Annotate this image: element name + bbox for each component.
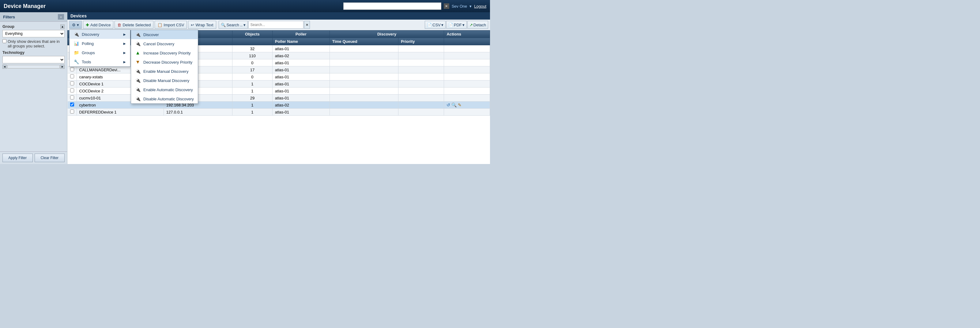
th2-time-queued[interactable]: Time Queued — [329, 38, 398, 45]
row-queued — [329, 87, 398, 95]
enable-auto-icon: 🔌 — [135, 87, 141, 93]
wrap-icon: ↩ — [191, 23, 194, 27]
row-priority — [398, 52, 444, 59]
dropdown-polling-label: Polling — [82, 41, 94, 46]
row-priority — [398, 45, 444, 52]
detach-button[interactable]: ↗ Detach — [467, 21, 488, 29]
scrollbar-left-button[interactable]: ◄ — [2, 65, 7, 69]
row-checkbox[interactable] — [70, 74, 74, 78]
search-dropdown-button[interactable]: 🔍 Search .. ▾ — [219, 21, 248, 29]
submenu-disable-manual[interactable]: 🔌 Disable Manual Discovery — [131, 76, 198, 85]
all-groups-checkbox[interactable] — [2, 39, 6, 43]
th2-priority[interactable]: Priority — [398, 38, 444, 45]
gear-dropdown-menu: 🔌 Discovery ► 🔌 Discover 🔌 Cancel Discov… — [69, 29, 130, 67]
clear-filter-button[interactable]: Clear Filter — [35, 154, 65, 162]
submenu-enable-auto[interactable]: 🔌 Enable Automatic Discovery — [131, 85, 198, 94]
row-checkbox[interactable] — [70, 109, 74, 114]
csv-export-button[interactable]: 📄 CSV ▾ — [425, 21, 445, 29]
apply-filter-button[interactable]: Apply Filter — [2, 154, 33, 162]
filters-body: Group ▲ Everything Only show devices tha… — [0, 22, 67, 151]
group-scroll-up-button[interactable]: ▲ — [60, 24, 65, 29]
th2-actions — [444, 38, 490, 45]
user-separator: ▾ — [469, 4, 472, 9]
user-menu[interactable]: Sev One — [452, 4, 467, 9]
th-poller-section: Poller — [272, 31, 329, 38]
row-queued — [329, 101, 398, 109]
th2-poller-name[interactable]: Poller Name — [272, 38, 329, 45]
row-actions — [444, 45, 490, 52]
add-device-button[interactable]: ✚ Add Device — [83, 21, 113, 29]
scrollbar-right-button[interactable]: ► — [60, 65, 65, 69]
row-checkbox[interactable] — [70, 67, 74, 71]
row-objects: 0 — [232, 59, 272, 67]
row-checkbox-cell — [68, 67, 77, 73]
row-objects: 17 — [232, 67, 272, 73]
disable-manual-label: Disable Manual Discovery — [143, 78, 189, 83]
disable-manual-icon: 🔌 — [135, 78, 141, 84]
th-objects[interactable]: Objects — [232, 31, 272, 38]
csv-icon: 📄 — [427, 23, 432, 27]
group-filter-dropdown[interactable]: Everything — [2, 30, 65, 37]
submenu-increase-priority[interactable]: ▲ Increase Discovery Priority — [131, 48, 198, 57]
th-discovery-section: Discovery — [329, 31, 444, 38]
action-search-icon[interactable]: 🔍 — [452, 103, 457, 108]
tech-filter-label: Technology — [2, 50, 65, 55]
devices-search-clear-button[interactable]: ✕ — [304, 21, 310, 29]
row-actions — [444, 95, 490, 101]
row-priority — [398, 67, 444, 73]
tools-submenu-arrow: ► — [123, 60, 126, 64]
row-actions — [444, 73, 490, 81]
decrease-priority-label: Decrease Discovery Priority — [143, 60, 192, 65]
dropdown-discovery-label: Discovery — [82, 32, 99, 37]
tech-filter-dropdown[interactable] — [2, 56, 65, 63]
detach-icon: ↗ — [469, 23, 473, 27]
global-search-input[interactable] — [343, 2, 441, 10]
devices-toolbar: ⚙ ▾ ✚ Add Device 🗑 Delete Selected 📋 Imp… — [67, 20, 490, 30]
delete-selected-button[interactable]: 🗑 Delete Selected — [115, 21, 153, 29]
row-actions — [444, 67, 490, 73]
submenu-discover[interactable]: 🔌 Discover — [131, 30, 198, 39]
row-checkbox-cell — [68, 101, 77, 109]
row-checkbox[interactable] — [70, 81, 74, 86]
enable-manual-label: Enable Manual Discovery — [143, 69, 188, 74]
global-search-clear-button[interactable]: ✕ — [444, 3, 449, 9]
row-checkbox[interactable] — [70, 95, 74, 100]
submenu-enable-manual[interactable]: 🔌 Enable Manual Discovery — [131, 67, 198, 76]
header-right: ✕ Sev One ▾ Logout — [343, 2, 486, 10]
pdf-export-button[interactable]: 📄 PDF ▾ — [446, 21, 467, 29]
dropdown-item-discovery[interactable]: 🔌 Discovery ► 🔌 Discover 🔌 Cancel Discov… — [70, 30, 130, 39]
action-edit-icon[interactable]: ✎ — [458, 103, 461, 108]
pdf-dropdown-arrow: ▾ — [463, 23, 465, 27]
logout-link[interactable]: Logout — [474, 4, 486, 9]
add-device-icon: ✚ — [86, 23, 89, 27]
row-poller: atlas-02 — [272, 52, 329, 59]
disable-auto-icon: 🔌 — [135, 96, 141, 102]
submenu-cancel-discovery[interactable]: 🔌 Cancel Discovery — [131, 39, 198, 48]
row-objects: 1 — [232, 87, 272, 95]
wrap-text-button[interactable]: ↩ Wrap Text — [188, 21, 216, 29]
action-icons: ↺ 🔍 ✎ — [447, 103, 487, 108]
action-refresh-icon[interactable]: ↺ — [447, 103, 450, 108]
submenu-decrease-priority[interactable]: ▼ Decrease Discovery Priority — [131, 57, 198, 67]
row-objects: 1 — [232, 109, 272, 116]
import-icon: 📋 — [158, 23, 162, 27]
row-queued — [329, 81, 398, 87]
gear-menu-button[interactable]: ⚙ ▾ — [69, 21, 82, 29]
row-checkbox[interactable] — [70, 89, 74, 92]
row-priority — [398, 59, 444, 67]
row-priority — [398, 81, 444, 87]
row-checkbox-cell — [68, 81, 77, 87]
import-csv-button[interactable]: 📋 Import CSV — [155, 21, 187, 29]
dropdown-item-tools[interactable]: 🔧 Tools ► — [70, 57, 130, 67]
discovery-submenu: 🔌 Discover 🔌 Cancel Discovery ▲ Increase… — [131, 30, 198, 104]
dropdown-item-groups[interactable]: 📁 Groups ► — [70, 48, 130, 57]
filter-scrollbar-row: ◄ ► — [2, 65, 65, 69]
all-groups-checkbox-row: Only show devices that are in all groups… — [2, 39, 65, 48]
devices-search-input[interactable] — [248, 21, 304, 29]
filters-collapse-button[interactable]: « — [58, 14, 64, 20]
dropdown-item-polling[interactable]: 📊 Polling ► — [70, 39, 130, 48]
row-checkbox[interactable] — [70, 103, 74, 106]
row-poller: atlas-01 — [272, 87, 329, 95]
row-objects: 1 — [232, 101, 272, 109]
submenu-disable-auto[interactable]: 🔌 Disable Automatic Discovery — [131, 94, 198, 103]
